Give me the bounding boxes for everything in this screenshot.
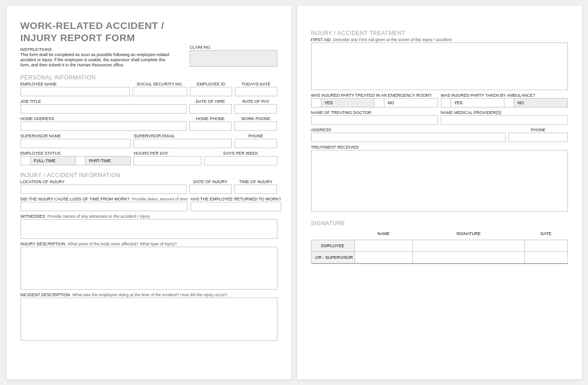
- amb-no-button[interactable]: NO: [514, 98, 568, 107]
- sig-employee-signature[interactable]: [413, 240, 524, 252]
- claim-no-label: CLAIM NO.: [190, 45, 277, 50]
- treatment-section-title: INJURY / ACCIDENT TREATMENT: [311, 30, 568, 36]
- er-yes-checkbox[interactable]: [311, 98, 321, 107]
- er-label: WAS INJURED PARTY TREATED IN AN EMERGENC…: [311, 93, 438, 98]
- location-label: LOCATION OF INJURY: [21, 179, 186, 184]
- sig-employee-date[interactable]: [524, 240, 567, 252]
- amb-yes-button[interactable]: YES: [451, 98, 505, 107]
- home-address-field[interactable]: [21, 121, 186, 131]
- signature-table: NAME SIGNATURE DATE EMPLOYEE - OR - SUPE…: [311, 228, 568, 264]
- supervisor-phone-label: PHONE: [234, 134, 277, 138]
- treatment-address-label: ADDRESS: [311, 128, 506, 132]
- injury-desc-field[interactable]: [21, 247, 277, 290]
- days-per-week-label: DAYS PER WEEK: [204, 151, 277, 156]
- doctor-field[interactable]: [311, 115, 438, 125]
- job-title-field[interactable]: [21, 104, 186, 114]
- ssn-field[interactable]: [133, 87, 187, 96]
- sig-date-header: DATE: [524, 228, 567, 240]
- rate-of-pay-field[interactable]: [234, 104, 277, 114]
- employee-id-field[interactable]: [190, 87, 232, 96]
- sig-employee-name[interactable]: [354, 240, 413, 252]
- page-2: INJURY / ACCIDENT TREATMENT FIRST AID De…: [297, 6, 582, 379]
- sig-supervisor-rowlabel: - OR - SUPERVISOR: [311, 252, 354, 264]
- work-phone-field[interactable]: [234, 121, 277, 131]
- full-time-button[interactable]: FULL-TIME: [31, 156, 76, 165]
- ssn-label: SOCIAL SECURITY NO.: [133, 82, 187, 86]
- sig-name-header: NAME: [354, 228, 413, 240]
- supervisor-phone-field[interactable]: [234, 139, 277, 148]
- form-title: WORK-RELATED ACCIDENT / INJURY REPORT FO…: [21, 20, 187, 44]
- injury-desc-label: INJURY DESCRIPTION What parts of the bod…: [21, 242, 277, 246]
- pages-container: WORK-RELATED ACCIDENT / INJURY REPORT FO…: [6, 6, 582, 379]
- incident-desc-label: INCIDENT DESCRIPTION What was the employ…: [21, 292, 277, 297]
- doctor-label: NAME OF TREATING DOCTOR: [311, 110, 438, 115]
- time-of-injury-field[interactable]: [234, 185, 277, 194]
- returned-field[interactable]: [191, 202, 281, 211]
- supervisor-name-field[interactable]: [21, 139, 131, 148]
- rate-of-pay-label: RATE OF PAY: [234, 99, 277, 104]
- home-phone-field[interactable]: [189, 121, 232, 131]
- loss-time-label: DID THE INJURY CAUSE LOSS OF TIME FROM W…: [21, 197, 188, 201]
- page-1: WORK-RELATED ACCIDENT / INJURY REPORT FO…: [7, 6, 291, 379]
- instructions-body: This form shall be completed as soon as …: [21, 52, 175, 68]
- personal-section-title: PERSONAL INFORMATION: [21, 74, 277, 81]
- date-of-injury-label: DATE OF INJURY: [189, 179, 232, 184]
- signature-section-title: SIGNATURE: [311, 220, 568, 227]
- employee-name-field[interactable]: [21, 87, 130, 96]
- provider-label: NAME MEDICAL PROVIDER(S): [441, 110, 568, 115]
- sig-signature-header: SIGNATURE: [413, 228, 524, 240]
- date-of-hire-label: DATE OF HIRE: [189, 99, 232, 104]
- sig-employee-rowlabel: EMPLOYEE: [311, 240, 354, 252]
- amb-yes-checkbox[interactable]: [441, 98, 451, 107]
- days-per-week-field[interactable]: [204, 156, 277, 165]
- amb-no-checkbox[interactable]: [504, 98, 514, 107]
- injury-section-title: INJURY / ACCIDENT INFORMATION: [21, 172, 277, 178]
- provider-field[interactable]: [441, 115, 568, 125]
- job-title-label: JOB TITLE: [21, 99, 186, 104]
- first-aid-field[interactable]: [311, 43, 568, 90]
- treatment-address-field[interactable]: [311, 133, 506, 142]
- employee-status-label: EMPLOYEE STATUS: [21, 151, 131, 156]
- todays-date-label: TODAYS DATE: [235, 82, 277, 86]
- sig-supervisor-date[interactable]: [524, 252, 567, 264]
- hours-per-day-label: HOURS PER DAY: [134, 151, 201, 156]
- hours-per-day-field[interactable]: [134, 156, 201, 165]
- loss-time-field[interactable]: [21, 202, 188, 211]
- date-of-injury-field[interactable]: [189, 185, 232, 194]
- home-phone-label: HOME PHONE: [189, 116, 232, 121]
- er-no-button[interactable]: NO: [384, 98, 438, 107]
- witnesses-field[interactable]: [21, 219, 277, 239]
- sig-supervisor-name[interactable]: [354, 252, 413, 264]
- work-phone-label: WORK PHONE: [234, 116, 277, 121]
- witnesses-label: WITNESSES Provide names of any witnesses…: [21, 214, 277, 219]
- claim-no-field[interactable]: [190, 50, 277, 67]
- supervisor-name-label: SUPERVISOR NAME: [21, 134, 131, 138]
- employee-name-label: EMPLOYEE NAME: [21, 82, 130, 86]
- treatment-received-field[interactable]: [311, 150, 568, 212]
- ambulance-label: WAS INJURED PARTY TAKEN BY AMBULANCE?: [441, 93, 568, 98]
- treatment-received-label: TREATMENT RECEIVED: [311, 145, 568, 150]
- returned-label: HAS THE EMPLOYEE RETURNED TO WORK?: [191, 197, 281, 201]
- date-of-hire-field[interactable]: [189, 104, 232, 114]
- er-no-checkbox[interactable]: [374, 98, 384, 107]
- sig-supervisor-signature[interactable]: [413, 252, 524, 264]
- er-yes-button[interactable]: YES: [321, 98, 375, 107]
- employee-id-label: EMPLOYEE ID: [190, 82, 232, 86]
- todays-date-field[interactable]: [235, 87, 277, 96]
- instructions-label: INSTRUCTIONS: [21, 47, 187, 52]
- location-field[interactable]: [21, 185, 186, 194]
- supervisor-email-field[interactable]: [134, 139, 232, 148]
- part-time-checkbox[interactable]: [75, 156, 85, 165]
- part-time-button[interactable]: PART-TIME: [85, 156, 131, 165]
- treatment-phone-field[interactable]: [509, 133, 568, 142]
- time-of-injury-label: TIME OF INJURY: [234, 179, 277, 184]
- first-aid-label: FIRST AID Describe any First Aid given a…: [311, 37, 568, 42]
- home-address-label: HOME ADDRESS: [21, 116, 186, 121]
- treatment-phone-label: PHONE: [509, 128, 568, 132]
- supervisor-email-label: SUPERVISOR EMAIL: [134, 134, 232, 138]
- full-time-checkbox[interactable]: [21, 156, 31, 165]
- incident-desc-field[interactable]: [21, 298, 277, 341]
